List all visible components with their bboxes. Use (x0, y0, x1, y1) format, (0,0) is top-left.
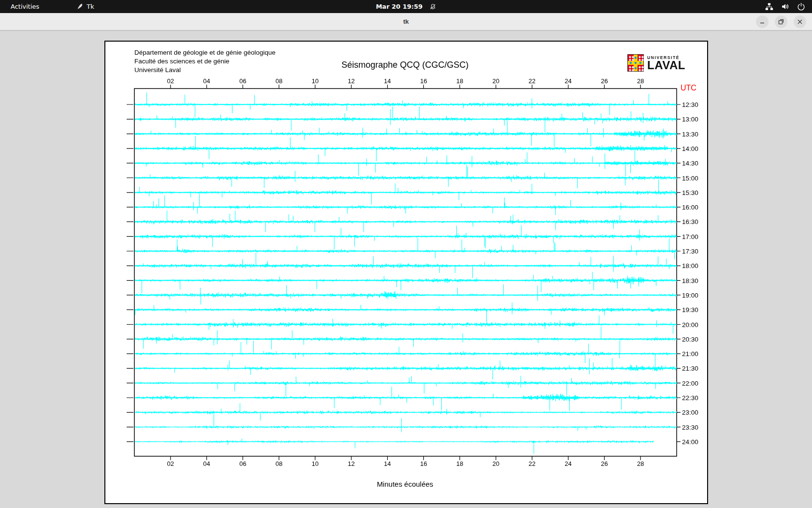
utc-time-label: 22:30 (682, 394, 698, 402)
x-axis-title: Minutes écoulées (250, 480, 560, 488)
utc-time-label: 21:30 (682, 365, 698, 372)
x-tick-label-bottom: 10 (312, 460, 319, 467)
x-tick-label-top: 12 (348, 77, 355, 85)
tk-feather-icon (76, 3, 83, 10)
x-tick-label-top: 08 (276, 77, 282, 85)
x-tick-label-bottom: 20 (493, 460, 499, 467)
x-tick-label-top: 06 (239, 77, 246, 85)
utc-time-label: 12:30 (682, 101, 698, 108)
x-tick-label-bottom: 22 (529, 460, 536, 467)
x-tick-label-bottom: 02 (167, 460, 174, 467)
x-tick-label-top: 28 (637, 77, 644, 85)
utc-time-label: 15:30 (682, 189, 698, 196)
x-tick-label-bottom: 08 (276, 460, 282, 467)
utc-time-label: 19:30 (682, 306, 698, 314)
window-titlebar[interactable]: tk (0, 13, 812, 31)
notifications-muted-icon (429, 3, 436, 10)
x-tick-label-top: 14 (384, 77, 391, 85)
helicorder-canvas (105, 42, 707, 503)
utc-time-label: 16:00 (682, 204, 698, 211)
utc-axis-label: UTC (681, 84, 696, 92)
utc-time-label: 19:00 (682, 291, 698, 299)
x-tick-label-bottom: 28 (637, 460, 644, 467)
utc-time-label: 24:00 (682, 438, 698, 445)
x-tick-label-bottom: 18 (456, 460, 463, 467)
utc-time-label: 22:00 (682, 379, 698, 387)
utc-time-label: 14:00 (682, 145, 698, 152)
x-tick-label-bottom: 04 (203, 460, 210, 467)
tk-window-content: Département de géologie et de génie géol… (0, 31, 812, 508)
utc-time-label: 21:00 (682, 350, 698, 358)
x-tick-label-bottom: 24 (565, 460, 571, 467)
x-tick-label-top: 16 (420, 77, 427, 85)
x-tick-label-top: 24 (565, 77, 571, 85)
power-icon[interactable] (797, 2, 805, 11)
x-tick-label-bottom: 16 (420, 460, 427, 467)
x-tick-label-top: 04 (203, 77, 210, 85)
laval-shield-icon (627, 54, 644, 74)
x-tick-label-top: 18 (456, 77, 463, 85)
x-tick-label-top: 26 (601, 77, 608, 85)
window-title: tk (403, 18, 409, 25)
x-tick-label-bottom: 14 (384, 460, 391, 467)
utc-time-label: 18:30 (682, 277, 698, 284)
utc-time-label: 23:30 (682, 423, 698, 431)
x-tick-label-top: 20 (493, 77, 499, 85)
x-tick-label-bottom: 26 (601, 460, 608, 467)
utc-time-label: 23:00 (682, 409, 698, 416)
utc-time-label: 15:00 (682, 174, 698, 181)
logo-laval-label: LAVAL (647, 60, 685, 71)
close-button[interactable] (794, 15, 806, 28)
plot-title: Séismographe QCQ (CGC/GSC) (250, 60, 560, 70)
clock-label: Mar 20 19:59 (376, 3, 423, 10)
x-tick-label-top: 02 (167, 77, 174, 85)
clock-button[interactable]: Mar 20 19:59 (376, 3, 436, 10)
x-tick-label-bottom: 12 (348, 460, 355, 467)
utc-time-label: 16:30 (682, 218, 698, 225)
universite-laval-logo: UNIVERSITÉ LAVAL (627, 54, 685, 74)
utc-time-label: 13:00 (682, 116, 698, 123)
minimize-button[interactable] (756, 15, 768, 28)
seismograph-panel: Département de géologie et de génie géol… (104, 41, 708, 504)
x-tick-label-top: 10 (312, 77, 319, 85)
utc-time-label: 20:30 (682, 335, 698, 343)
utc-time-label: 20:00 (682, 321, 698, 328)
x-tick-label-top: 22 (529, 77, 536, 85)
utc-time-label: 13:30 (682, 130, 698, 137)
network-wired-icon[interactable] (765, 2, 773, 11)
utc-time-label: 17:30 (682, 248, 698, 255)
activities-button[interactable]: Activities (9, 3, 41, 10)
volume-icon[interactable] (781, 2, 789, 11)
org-line-1: Département de géologie et de génie géol… (134, 48, 276, 57)
gnome-top-bar: Activities Tk Mar 20 19:59 (0, 0, 812, 13)
utc-time-label: 17:00 (682, 233, 698, 240)
utc-time-label: 14:30 (682, 160, 698, 167)
focused-app-indicator[interactable]: Tk (76, 3, 94, 10)
focused-app-label: Tk (87, 3, 94, 10)
utc-time-label: 18:00 (682, 262, 698, 269)
maximize-button[interactable] (775, 15, 787, 28)
x-tick-label-bottom: 06 (239, 460, 246, 467)
